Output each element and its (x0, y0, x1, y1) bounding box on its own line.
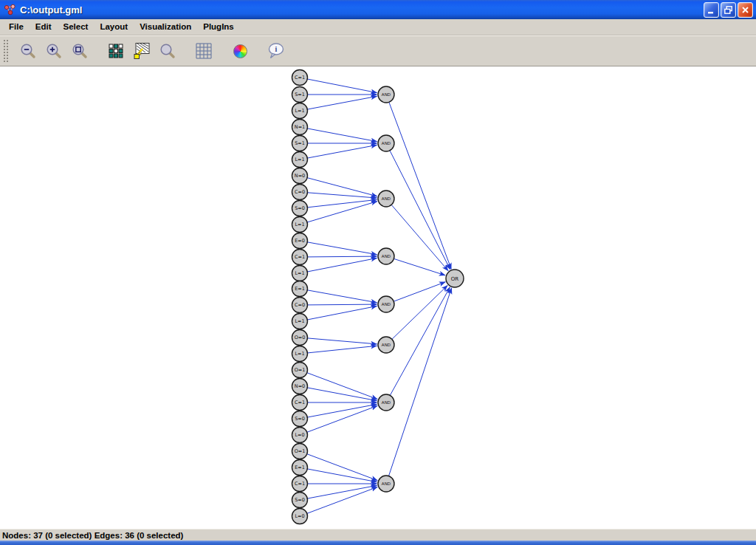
menu-file[interactable]: File (3, 21, 30, 33)
graph-node-a5[interactable]: AND (378, 296, 394, 312)
graph-node-n3[interactable]: L=1 (292, 103, 308, 119)
graph-node-n23[interactable]: L=0 (292, 428, 308, 443)
close-icon (740, 5, 750, 15)
graph-node-or1[interactable]: OR (446, 270, 464, 287)
graph-edge-n25-a8[interactable] (307, 469, 377, 482)
graph-node-a4[interactable]: AND (378, 248, 394, 264)
zoom-in-button[interactable] (43, 40, 65, 62)
graph-node-label: E=1 (295, 286, 305, 292)
graph-edge-n4-a2[interactable] (307, 128, 377, 142)
graph-node-n19[interactable]: O=1 (292, 363, 308, 378)
graph-node-n7[interactable]: N=0 (292, 168, 308, 184)
toolbar-drag-handle[interactable] (2, 38, 10, 64)
graph-edge-n10-a3[interactable] (307, 202, 377, 222)
graph-node-label: L=1 (295, 270, 304, 276)
graph-node-label: AND (382, 343, 391, 347)
graph-node-n13[interactable]: L=1 (292, 266, 308, 281)
zoom-out-button[interactable] (17, 40, 39, 62)
fit-content-button[interactable] (131, 40, 153, 62)
tool-bar: i (0, 35, 756, 66)
graph-node-a2[interactable]: AND (378, 135, 394, 151)
info-tooltip-button[interactable]: i (265, 40, 287, 62)
graph-node-n28[interactable]: L=0 (292, 509, 308, 524)
menu-visualization[interactable]: Visualization (134, 21, 197, 33)
graph-edge-n20-a7[interactable] (307, 388, 377, 401)
graph-canvas[interactable]: C=1S=1L=1N=1S=1L=1N=0C=0S=0L=1E=0C=1L=1E… (0, 66, 756, 529)
graph-edge-a7-or1[interactable] (390, 287, 450, 396)
graph-node-n9[interactable]: S=0 (292, 201, 308, 216)
graph-node-n10[interactable]: L=1 (292, 217, 308, 233)
grid-button[interactable] (193, 40, 215, 62)
graph-edge-n17-a6[interactable] (307, 338, 377, 344)
graph-node-a8[interactable]: AND (378, 476, 394, 492)
graph-node-n17[interactable]: O=0 (292, 330, 308, 346)
menu-plugins[interactable]: PlugIns (197, 21, 240, 33)
graph-edge-n24-a8[interactable] (307, 454, 377, 481)
graph-node-n8[interactable]: C=0 (292, 185, 308, 200)
graph-node-n24[interactable]: O=1 (292, 444, 308, 459)
graph-node-n5[interactable]: S=1 (292, 136, 308, 151)
graph-node-n11[interactable]: E=0 (292, 233, 308, 249)
graph-edge-n23-a7[interactable] (307, 405, 377, 432)
graph-node-label: L=1 (295, 157, 304, 162)
graph-edge-a6-or1[interactable] (392, 285, 447, 339)
graph-edge-n18-a6[interactable] (307, 346, 377, 353)
graph-node-n26[interactable]: C=1 (292, 476, 308, 492)
graph-edge-n27-a8[interactable] (307, 485, 377, 498)
color-wheel-button[interactable] (229, 40, 251, 62)
zoom-area-icon (71, 42, 89, 60)
menu-layout[interactable]: Layout (94, 21, 134, 33)
graph-node-a6[interactable]: AND (378, 337, 394, 353)
graph-edge-n22-a7[interactable] (307, 404, 377, 417)
graph-node-n4[interactable]: N=1 (292, 120, 308, 135)
graph-node-n1[interactable]: C=1 (292, 70, 308, 86)
graph-node-n20[interactable]: N=0 (292, 379, 308, 394)
graph-node-a3[interactable]: AND (378, 191, 394, 207)
graph-node-label: O=1 (295, 448, 306, 454)
graph-edge-a2-or1[interactable] (390, 151, 450, 270)
graph-edge-n19-a7[interactable] (307, 373, 377, 400)
graph-node-n27[interactable]: S=0 (292, 493, 308, 508)
graph-node-n14[interactable]: E=1 (292, 281, 308, 297)
graph-edge-n15-a5[interactable] (307, 304, 377, 305)
graph-node-n16[interactable]: L=1 (292, 314, 308, 329)
graph-node-n15[interactable]: C=0 (292, 298, 308, 313)
graph-edge-n28-a8[interactable] (307, 487, 377, 513)
graph-edge-n16-a5[interactable] (307, 306, 377, 320)
graph-edge-n13-a4[interactable] (307, 258, 377, 272)
graph-edge-n3-a1[interactable] (307, 96, 377, 109)
zoom-out-icon (19, 42, 37, 60)
grid-layout-button[interactable] (105, 40, 127, 62)
graph-edge-n14-a5[interactable] (307, 290, 377, 303)
graph-node-a7[interactable]: AND (378, 394, 394, 411)
graph-node-n2[interactable]: S=1 (292, 87, 308, 103)
graph-edge-n1-a1[interactable] (307, 79, 377, 93)
graph-edge-a1-or1[interactable] (389, 102, 451, 269)
graph-node-n25[interactable]: E=1 (292, 460, 308, 476)
graph-edge-n11-a4[interactable] (307, 242, 377, 255)
graph-edge-n9-a3[interactable] (307, 199, 377, 207)
restore-button[interactable] (721, 2, 736, 18)
graph-node-n12[interactable]: C=1 (292, 250, 308, 265)
find-icon (159, 42, 176, 60)
graph-node-label: L=1 (295, 318, 304, 324)
graph-node-a1[interactable]: AND (378, 86, 394, 103)
graph-edge-a8-or1[interactable] (388, 288, 451, 476)
graph-node-n22[interactable]: S=0 (292, 411, 308, 427)
graph-edge-a5-or1[interactable] (394, 282, 445, 301)
graph-edge-n6-a2[interactable] (307, 145, 377, 158)
graph-node-label: C=1 (295, 254, 305, 260)
graph-node-n6[interactable]: L=1 (292, 152, 308, 168)
menu-edit[interactable]: Edit (30, 21, 58, 33)
find-button[interactable] (157, 40, 179, 62)
close-button[interactable] (738, 2, 753, 18)
minimize-button[interactable] (704, 2, 719, 18)
graph-edge-a4-or1[interactable] (394, 258, 445, 275)
fit-content-icon (133, 42, 151, 60)
graph-edge-n12-a4[interactable] (307, 256, 377, 257)
graph-node-n21[interactable]: C=1 (292, 395, 308, 411)
zoom-area-button[interactable] (69, 40, 91, 62)
graph-node-n18[interactable]: L=1 (292, 346, 308, 362)
graph-node-label: AND (382, 254, 391, 258)
menu-select[interactable]: Select (58, 21, 94, 33)
